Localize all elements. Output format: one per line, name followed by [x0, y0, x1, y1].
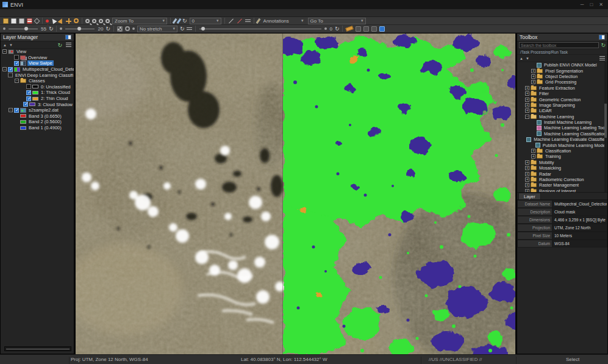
expander-icon[interactable]: − [525, 115, 529, 119]
expander-icon[interactable]: − [15, 79, 19, 83]
profile-icon[interactable] [237, 18, 242, 23]
visibility-checkbox[interactable] [26, 96, 31, 101]
layer-tree-item[interactable]: − View [1, 49, 74, 55]
expander-icon[interactable]: − [2, 67, 7, 71]
layer-manager-header[interactable]: Layer Manager [1, 34, 74, 41]
visibility-checkbox[interactable] [14, 61, 19, 66]
toolbox-item[interactable]: + Radar [517, 171, 607, 176]
toolbox-header[interactable]: Toolbox [517, 34, 607, 41]
data-manager-icon[interactable] [19, 18, 24, 24]
swipe-tool-icon[interactable] [379, 26, 385, 32]
expander-icon[interactable]: + [525, 183, 529, 187]
maximize-icon[interactable]: □ [590, 0, 593, 9]
layer-tree-item[interactable]: 1: Thick Cloud [1, 90, 74, 96]
minimize-icon[interactable]: ─ [581, 0, 584, 9]
panel-dock-icon[interactable] [599, 35, 605, 40]
expander-icon[interactable]: + [531, 154, 535, 159]
select-icon[interactable] [58, 18, 65, 24]
expander-icon[interactable]: + [525, 109, 529, 113]
expander-icon[interactable]: + [525, 172, 529, 176]
visibility-checkbox[interactable] [8, 67, 13, 72]
brightness-slider[interactable] [9, 26, 38, 32]
visibility-checkbox[interactable] [14, 108, 19, 113]
visibility-checkbox[interactable] [26, 90, 31, 95]
pan-icon[interactable] [66, 18, 71, 24]
arbitrary-profile-icon[interactable] [245, 18, 251, 24]
toolbox-item[interactable]: + Raster Management [517, 182, 607, 188]
zoom-to-select[interactable]: Zoom To▾ [112, 18, 167, 24]
mensuration-icon[interactable] [346, 26, 354, 32]
toolbox-item[interactable]: + Filter [517, 91, 607, 96]
toolbox-item[interactable]: + Regions of Interest [517, 188, 607, 193]
contrast-slider[interactable] [65, 26, 95, 32]
toolbox-item[interactable]: Machine Learning Classification [517, 131, 607, 137]
expander-icon[interactable]: + [531, 74, 535, 79]
toolbox-item[interactable]: Machine Learning Evaluate Classifier [517, 137, 607, 142]
panel-dock-icon[interactable] [65, 35, 71, 40]
expander-icon[interactable]: − [2, 49, 7, 54]
expander-icon[interactable]: + [525, 103, 529, 107]
reset-contrast-icon[interactable]: ↻ [106, 25, 110, 33]
visibility-checkbox[interactable] [14, 55, 19, 60]
layer-tree-item[interactable]: − s2sample2.dat [1, 107, 74, 113]
toolbox-item[interactable]: + Mobility [517, 160, 607, 165]
stretch-refresh-icon[interactable]: ↻ [180, 25, 185, 33]
toolbox-search-input[interactable] [519, 42, 599, 48]
image-view[interactable] [76, 34, 515, 354]
zoom-full-icon[interactable] [106, 19, 110, 23]
transparency-icon[interactable] [117, 26, 123, 32]
toolbox-item[interactable]: + Object Detection [517, 74, 607, 79]
blend-tool-icon[interactable] [356, 26, 361, 32]
expander-icon[interactable]: + [525, 98, 529, 102]
rotation-select[interactable]: 0▾ [190, 18, 221, 24]
chevron-up-icon[interactable]: ▲ [3, 43, 7, 47]
layer-tree-item[interactable]: ENVI Deep Learning Classifi [1, 72, 74, 78]
layer-tree-item[interactable]: 2: Thin Cloud [1, 96, 74, 102]
toolbox-item[interactable]: + Geometric Correction [517, 96, 607, 102]
go-to-select[interactable]: Go To▾ [308, 18, 366, 24]
toolbox-item[interactable]: + Training [517, 154, 607, 159]
toolbox-item[interactable]: + Radiometric Correction [517, 177, 607, 182]
histogram-icon[interactable] [187, 26, 192, 32]
measure-icon[interactable] [229, 18, 234, 23]
rotate-icon[interactable]: ↻ [182, 17, 187, 25]
close-icon[interactable]: ✕ [599, 0, 603, 9]
placemark-icon[interactable] [46, 20, 49, 23]
toolbox-item[interactable]: Machine Learning Labeling Tool [517, 125, 607, 130]
reset-brightness-icon[interactable]: ↻ [49, 25, 54, 33]
expander-icon[interactable]: + [531, 80, 535, 84]
toolbox-item[interactable]: + Image Sharpening [517, 102, 607, 108]
layer-tree-item[interactable]: Band 3 (0.6650) [1, 113, 74, 120]
visibility-checkbox[interactable] [26, 84, 31, 89]
toolbox-item[interactable]: + Pixel Segmentation [517, 68, 607, 73]
search-reset-icon[interactable]: ↻ [601, 42, 606, 48]
zoom-in-icon[interactable] [85, 19, 90, 23]
vector-edit-icon[interactable] [177, 18, 182, 23]
transparency-slider[interactable] [199, 26, 321, 32]
expander-icon[interactable]: + [525, 91, 529, 96]
open-file-icon[interactable] [3, 18, 9, 24]
expander-icon[interactable]: + [525, 160, 529, 165]
panel-menu-icon[interactable] [599, 56, 605, 60]
toolbox-item[interactable]: + Grid Processing [517, 79, 607, 85]
toolbox-item[interactable]: + Classification [517, 148, 607, 154]
zoom-out-icon[interactable] [92, 19, 96, 23]
new-view-icon[interactable] [34, 18, 40, 24]
annotation-pen-icon[interactable] [256, 18, 260, 23]
expander-icon[interactable]: + [525, 166, 529, 170]
fly-icon[interactable] [74, 18, 79, 23]
toolbox-item[interactable]: + LiDAR [517, 108, 607, 113]
toolbox-item[interactable]: Install Machine Learning [517, 120, 607, 125]
chevron-down-icon[interactable]: ▼ [9, 43, 13, 47]
chevron-up-icon[interactable]: ▲ [520, 57, 523, 60]
reset-transparency-icon[interactable]: ↻ [335, 25, 340, 33]
layer-tree-item[interactable]: − Classes [1, 78, 74, 84]
expander-icon[interactable]: − [9, 108, 13, 112]
expander-icon[interactable]: + [525, 177, 529, 182]
swipe-divider[interactable] [282, 34, 283, 354]
chip-view-icon[interactable] [27, 18, 32, 24]
layer-tree-item[interactable]: 0: Unclassified [1, 84, 74, 90]
toolbox-item[interactable]: Publish Machine Learning Model [517, 142, 607, 148]
layer-tree-item[interactable]: Band 2 (0.5600) [1, 119, 74, 125]
sharpen-icon[interactable] [125, 26, 130, 31]
